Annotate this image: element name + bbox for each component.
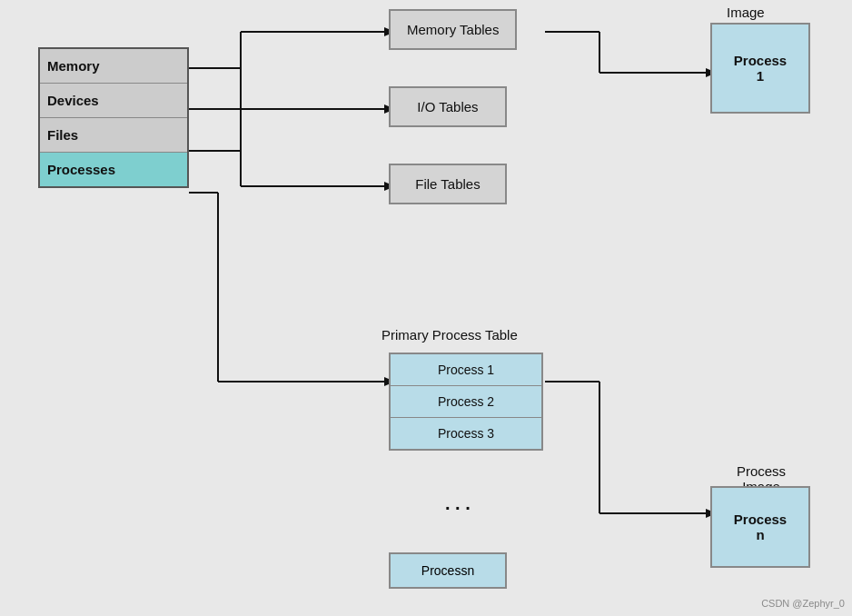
- process-row-3: Process 3: [391, 418, 541, 449]
- primary-process-block: Process 1 Process 2 Process 3: [389, 353, 543, 451]
- os-row-devices: Devices: [40, 84, 187, 118]
- os-row-processes: Processes: [40, 153, 187, 186]
- os-block: Memory Devices Files Processes: [38, 47, 189, 188]
- os-row-files: Files: [40, 118, 187, 153]
- processn-box: Processn: [389, 552, 507, 589]
- dots: · · ·: [445, 498, 471, 519]
- process-row-1: Process 1: [391, 354, 541, 386]
- process-row-2: Process 2: [391, 386, 541, 418]
- image-box-processn: Process n: [710, 486, 810, 568]
- io-tables-box: I/O Tables: [389, 86, 507, 127]
- diagram-container: Memory Devices Files Processes Memory Ta…: [0, 0, 852, 616]
- file-tables-box: File Tables: [389, 164, 507, 204]
- image-label-top: Image: [727, 5, 765, 20]
- image-process1-label: Process 1: [734, 53, 787, 84]
- primary-process-label: Primary Process Table: [381, 327, 518, 343]
- os-row-memory: Memory: [40, 49, 187, 84]
- image-processn-label: Process n: [734, 512, 787, 542]
- image-box-process1: Process 1: [710, 23, 810, 114]
- memory-tables-box: Memory Tables: [389, 9, 517, 50]
- memory-tables-label: Memory Tables: [407, 22, 499, 37]
- file-tables-label: File Tables: [415, 176, 480, 192]
- watermark: CSDN @Zephyr_0: [761, 598, 845, 609]
- processn-label: Processn: [421, 563, 474, 578]
- io-tables-label: I/O Tables: [417, 99, 478, 114]
